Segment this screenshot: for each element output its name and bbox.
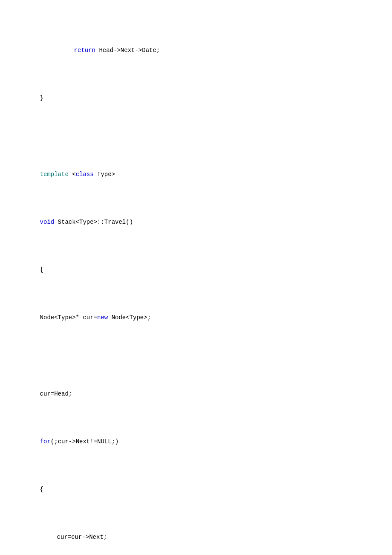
code-line: return Head->Next->Date;: [26, 36, 366, 65]
code-text: cur=cur->Next;: [57, 534, 107, 541]
code-text: Node<Type>;: [108, 314, 151, 321]
code-text: Stack<Type>::Travel(): [54, 219, 133, 225]
code-line: {: [26, 475, 366, 504]
code-line-empty: [26, 351, 366, 361]
code-container: return Head->Next->Date; } template <cla…: [26, 17, 366, 555]
code-line-empty: [26, 132, 366, 141]
keyword-template: template: [40, 171, 69, 178]
code-text: cur=Head;: [40, 390, 72, 397]
keyword-return: return: [74, 47, 95, 54]
code-line: {: [26, 256, 366, 284]
keyword-class: class: [76, 171, 94, 178]
keyword-void: void: [40, 219, 55, 225]
code-text: {: [40, 486, 43, 493]
code-text: }: [40, 95, 43, 101]
code-text: Node<Type>* cur=: [40, 314, 97, 321]
code-text: Head->Next->Date;: [95, 47, 160, 54]
code-line: cur=cur->Next;: [26, 523, 366, 552]
code-line: template <class Type>: [26, 160, 366, 189]
code-text: Type>: [94, 171, 115, 178]
code-line: for(;cur->Next!=NULL;): [26, 428, 366, 456]
code-text: {: [40, 266, 43, 273]
code-line: void Stack<Type>::Travel(): [26, 208, 366, 237]
code-line: cur=Head;: [26, 380, 366, 408]
code-line: Node<Type>* cur=new Node<Type>;: [26, 304, 366, 332]
keyword-new: new: [97, 314, 108, 321]
code-text: (;cur->Next!=NULL;): [51, 438, 119, 445]
code-text: <: [69, 171, 76, 178]
code-line: }: [26, 84, 366, 113]
keyword-for: for: [40, 438, 51, 445]
